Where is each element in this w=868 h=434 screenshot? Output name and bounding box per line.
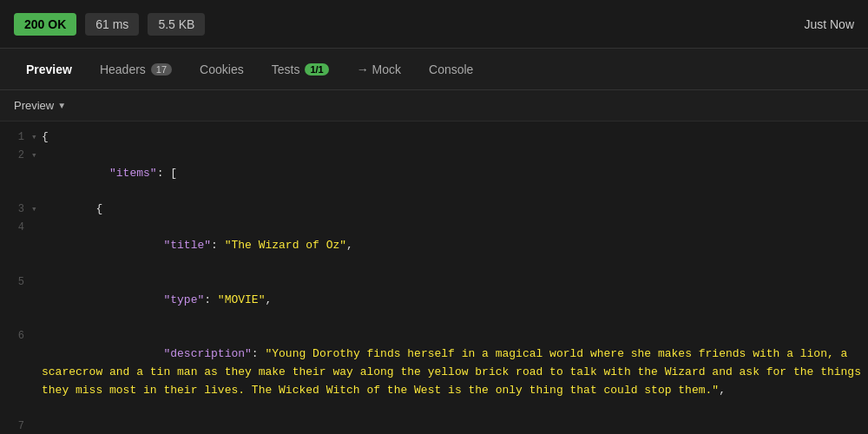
line-content-4: "title": "The Wizard of Oz", — [42, 219, 861, 273]
line-number-5: 5 — [7, 273, 31, 291]
timestamp-label: Just Now — [804, 17, 854, 31]
line-number-2: 2 — [7, 147, 31, 164]
line-number-1: 1 — [7, 128, 31, 146]
status-bar: 200 OK 61 ms 5.5 KB Just Now — [0, 0, 868, 49]
chevron-down-icon: ▼ — [57, 101, 66, 110]
line-content-7: "release_year": 1939, — [42, 418, 861, 434]
no-arrow-6 — [31, 327, 42, 345]
json-line-2: 2 ▾ "items": [ — [0, 147, 868, 201]
tab-mock-label: → Mock — [357, 62, 401, 76]
line-content-1: { — [42, 128, 861, 147]
tests-badge: 1/1 — [305, 63, 328, 76]
preview-label-text: Preview — [14, 99, 54, 112]
tab-console-label: Console — [429, 62, 473, 76]
collapse-arrow-2[interactable]: ▾ — [31, 147, 42, 164]
json-viewer: 1 ▾ { 2 ▾ "items": [ 3 ▾ { 4 "title": "T… — [0, 122, 868, 434]
preview-dropdown[interactable]: Preview ▼ — [14, 99, 66, 112]
tab-bar: Preview Headers 17 Cookies Tests 1/1 → M… — [0, 49, 868, 90]
json-line-1: 1 ▾ { — [0, 128, 868, 147]
line-number-4: 4 — [7, 219, 31, 236]
tab-preview-label: Preview — [26, 62, 72, 76]
tab-console[interactable]: Console — [417, 56, 485, 83]
tab-cookies-label: Cookies — [200, 62, 244, 76]
json-line-5: 5 "type": "MOVIE", — [0, 273, 868, 327]
line-content-3: { — [42, 201, 861, 219]
line-content-5: "type": "MOVIE", — [42, 273, 861, 327]
line-content-6: "description": "Young Dorothy finds hers… — [42, 327, 861, 418]
collapse-arrow-3[interactable]: ▾ — [31, 201, 42, 218]
tab-tests[interactable]: Tests 1/1 — [260, 56, 341, 83]
no-arrow-4 — [31, 219, 42, 236]
collapse-arrow-1[interactable]: ▾ — [31, 128, 42, 146]
json-line-7: 7 "release_year": 1939, — [0, 418, 868, 434]
status-code-badge: 200 OK — [14, 13, 76, 36]
tab-cookies[interactable]: Cookies — [187, 56, 256, 83]
tab-preview[interactable]: Preview — [14, 56, 84, 83]
no-arrow-5 — [31, 273, 42, 291]
response-size-badge: 5.5 KB — [148, 13, 205, 36]
line-number-7: 7 — [7, 418, 31, 434]
json-line-3: 3 ▾ { — [0, 201, 868, 219]
line-number-6: 6 — [7, 327, 31, 345]
json-line-4: 4 "title": "The Wizard of Oz", — [0, 219, 868, 273]
line-number-3: 3 — [7, 201, 31, 218]
json-line-6: 6 "description": "Young Dorothy finds he… — [0, 327, 868, 418]
tab-headers-label: Headers — [100, 62, 146, 76]
line-content-2: "items": [ — [42, 147, 861, 201]
no-arrow-7 — [31, 418, 42, 434]
preview-label-bar: Preview ▼ — [0, 90, 868, 122]
tab-headers[interactable]: Headers 17 — [88, 56, 184, 83]
headers-badge: 17 — [151, 63, 172, 76]
response-time-badge: 61 ms — [85, 13, 139, 36]
tab-mock[interactable]: → Mock — [345, 56, 413, 83]
tab-tests-label: Tests — [272, 62, 300, 76]
